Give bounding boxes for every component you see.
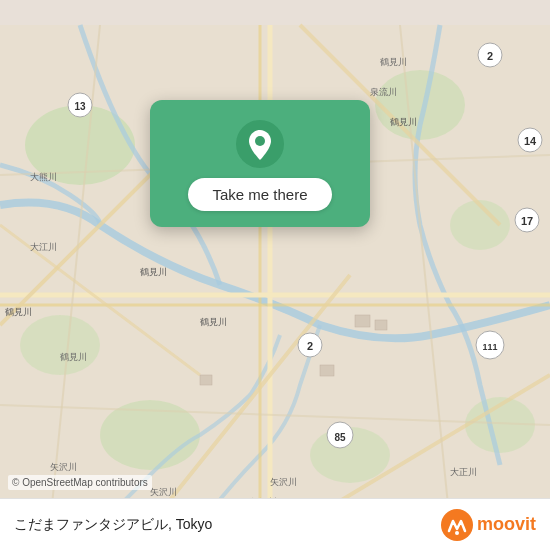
svg-point-4 [20, 315, 100, 375]
svg-text:13: 13 [74, 101, 86, 112]
svg-text:泉流川: 泉流川 [370, 87, 397, 97]
svg-point-55 [441, 509, 473, 541]
svg-text:鶴見川: 鶴見川 [60, 352, 87, 362]
svg-text:矢沢川: 矢沢川 [150, 487, 177, 497]
svg-text:矢沢川: 矢沢川 [50, 462, 77, 472]
moovit-logo: moovit [441, 509, 536, 541]
location-pin-icon [236, 120, 284, 168]
svg-text:大熊川: 大熊川 [30, 172, 57, 182]
svg-text:大江川: 大江川 [30, 242, 57, 252]
card-overlay: Take me there [150, 100, 370, 227]
svg-text:14: 14 [524, 135, 537, 147]
svg-text:鶴見川: 鶴見川 [200, 317, 227, 327]
copyright-text: © OpenStreetMap contributors [8, 475, 152, 490]
bottom-bar: こだまファンタジアビル, Tokyo moovit [0, 498, 550, 550]
svg-rect-52 [200, 375, 212, 385]
svg-text:鶴見川: 鶴見川 [380, 57, 407, 67]
svg-point-56 [455, 531, 459, 535]
svg-text:2: 2 [487, 50, 493, 62]
moovit-logo-icon [441, 509, 473, 541]
map-background: 2 13 14 17 2 85 111 大熊川 大江川 鶴見川 鶴見川 鶴見川 … [0, 0, 550, 550]
svg-text:矢沢川: 矢沢川 [270, 477, 297, 487]
svg-text:鶴見川: 鶴見川 [140, 267, 167, 277]
svg-text:鶴見川: 鶴見川 [5, 307, 32, 317]
svg-text:85: 85 [334, 432, 346, 443]
svg-text:鶴見川: 鶴見川 [390, 117, 417, 127]
take-me-there-button[interactable]: Take me there [188, 178, 331, 211]
svg-point-54 [255, 136, 265, 146]
svg-text:17: 17 [521, 215, 533, 227]
svg-rect-49 [355, 315, 370, 327]
location-label: こだまファンタジアビル, Tokyo [14, 516, 212, 534]
svg-text:2: 2 [307, 340, 313, 352]
svg-text:大正川: 大正川 [450, 467, 477, 477]
svg-text:111: 111 [482, 342, 497, 352]
moovit-brand-text: moovit [477, 514, 536, 535]
svg-rect-50 [375, 320, 387, 330]
svg-rect-51 [320, 365, 334, 376]
map-container: 2 13 14 17 2 85 111 大熊川 大江川 鶴見川 鶴見川 鶴見川 … [0, 0, 550, 550]
